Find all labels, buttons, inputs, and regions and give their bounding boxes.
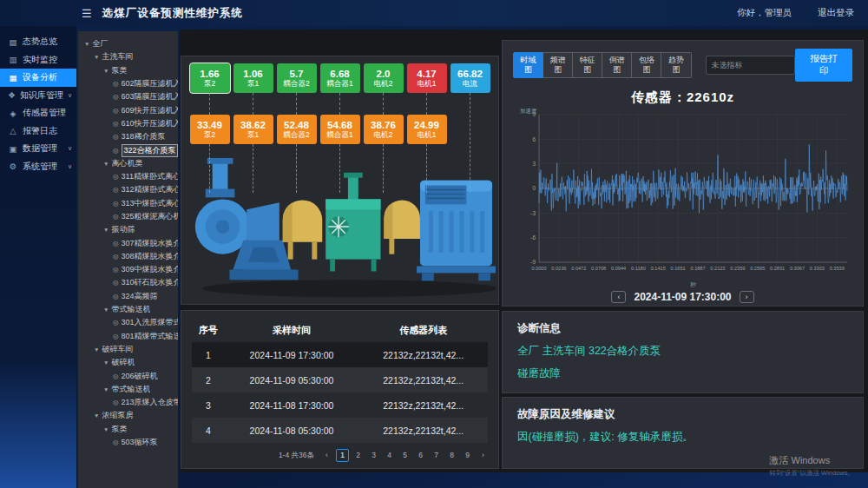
tree-node[interactable]: ▼全厂	[78, 37, 178, 50]
tab-特征图[interactable]: 特征图	[573, 52, 602, 78]
tree-node[interactable]: ◎325粗煤泥离心机	[78, 210, 178, 223]
tree-node[interactable]: ▼泵类	[78, 64, 178, 77]
tree-node[interactable]: ▼主洗车间	[78, 50, 178, 63]
table-pagination: 1-4 共36条‹123456789›	[279, 449, 490, 462]
sidebar-item-6[interactable]: △报警日志	[0, 122, 76, 141]
indicator-select[interactable]: 未选指标	[706, 56, 796, 75]
tab-时域图[interactable]: 时域图	[513, 52, 543, 78]
metric-badge-bottom[interactable]: 54.68耦合器1	[320, 115, 360, 144]
tree-expand-icon[interactable]: ▼	[103, 68, 108, 74]
tree-node[interactable]: ◎610快开压滤机入料泵	[78, 117, 178, 130]
tree-node[interactable]: ▼破碎机	[78, 356, 178, 369]
tree-expand-icon[interactable]: ▼	[103, 359, 108, 366]
tree-node-label: 主洗车间	[102, 51, 133, 63]
tree-node[interactable]: ◎307精煤脱水换介筛	[78, 236, 178, 249]
tree-node[interactable]: ◎503循环泵	[78, 436, 178, 449]
tab-趋势图[interactable]: 趋势图	[661, 52, 691, 78]
tree-node[interactable]: ▼离心机类	[78, 157, 178, 170]
sidebar-item-2[interactable]: ▥实时监控	[0, 51, 76, 69]
menu-toggle-icon[interactable]: ☰	[82, 8, 92, 19]
tree-node[interactable]: ◎309中煤脱水换介筛	[78, 263, 178, 276]
tree-node[interactable]: ◎301入洗原煤带式输送机	[78, 316, 178, 329]
tree-node[interactable]: ▼浓缩泵房	[78, 409, 178, 422]
metric-badge-top[interactable]: 2.0电机2	[364, 63, 404, 93]
metric-badge-top[interactable]: 1.06泵1	[233, 63, 273, 93]
table-cell: 3	[192, 392, 225, 418]
analysis-toolbar: 时域图频谱图特征图倒谱图包络图趋势图 未选指标 报告打印	[513, 49, 852, 82]
equipment-leaf-icon: ◎	[113, 147, 119, 155]
tree-node[interactable]: ◎213原煤入仓皮带	[78, 396, 178, 409]
pagination-page[interactable]: 9	[461, 449, 474, 462]
pagination-page[interactable]: 7	[430, 449, 443, 462]
tree-node[interactable]: ▼泵类	[78, 423, 178, 436]
table-row[interactable]: 32024-11-08 17:30:0022132z,22132t,42...	[192, 392, 488, 418]
tree-node[interactable]: ◎801精煤带式输送机	[78, 330, 178, 343]
tree-node[interactable]: ◎318稀介质泵	[78, 130, 178, 143]
tree-node[interactable]: ◎313中煤卧式离心机	[78, 197, 178, 210]
metric-badge-top[interactable]: 4.17电机1	[407, 63, 447, 93]
tree-expand-icon[interactable]: ▼	[103, 307, 108, 313]
metric-badge-top[interactable]: 1.66泵2	[190, 63, 230, 93]
tree-node[interactable]: ▼带式输送机	[78, 303, 178, 316]
tree-node[interactable]: ◎310矸石脱水换介筛	[78, 276, 178, 289]
metric-badge-top[interactable]: 6.68耦合器1	[320, 63, 360, 93]
tree-node[interactable]: ▼带式输送机	[78, 383, 178, 396]
tree-expand-icon[interactable]: ▼	[84, 41, 89, 47]
connector-line	[296, 144, 297, 193]
metric-badge-top[interactable]: 66.82电流	[450, 63, 490, 93]
tree-expand-icon[interactable]: ▼	[103, 161, 108, 167]
sidebar-item-4[interactable]: ❖知识库管理∨	[0, 87, 76, 105]
tree-node[interactable]: ◎609快开压滤机入料泵	[78, 103, 178, 116]
pagination-next[interactable]: ›	[477, 449, 490, 462]
equipment-leaf-icon: ◎	[113, 279, 119, 287]
table-row[interactable]: 42024-11-08 05:30:0022132z,22132t,42...	[192, 418, 488, 443]
pagination-page[interactable]: 4	[383, 449, 396, 462]
sidebar-item-3[interactable]: ▦设备分析	[0, 69, 76, 87]
pagination-page[interactable]: 8	[445, 449, 458, 462]
metric-badge-bottom[interactable]: 33.49泵2	[190, 115, 230, 144]
tree-expand-icon[interactable]: ▼	[94, 412, 99, 419]
sidebar-item-1[interactable]: ▤态势总览	[0, 33, 76, 51]
tree-node[interactable]: ◎308精煤脱水换介筛	[78, 250, 178, 263]
tree-expand-icon[interactable]: ▼	[103, 227, 108, 233]
tree-expand-icon[interactable]: ▼	[103, 386, 108, 392]
pagination-page[interactable]: 3	[367, 449, 380, 462]
sidebar-item-8[interactable]: ⚙系统管理∨	[0, 158, 76, 176]
tree-expand-icon[interactable]: ▼	[94, 54, 99, 60]
prev-date-button[interactable]: ‹	[611, 291, 626, 303]
metric-badge-bottom[interactable]: 52.48耦合器2	[277, 115, 317, 144]
equipment-leaf-icon: ◎	[113, 80, 119, 88]
print-report-button[interactable]: 报告打印	[795, 49, 852, 82]
advice-title: 故障原因及维修建议	[517, 407, 848, 422]
tab-倒谱图[interactable]: 倒谱图	[602, 52, 632, 78]
table-row[interactable]: 12024-11-09 17:30:0022132z,22132t,42...	[192, 342, 488, 367]
pagination-page[interactable]: 1	[336, 449, 349, 462]
pagination-page[interactable]: 6	[414, 449, 427, 462]
table-row[interactable]: 22024-11-09 05:30:0022132z,22132t,42...	[192, 367, 488, 392]
metric-badge-bottom[interactable]: 38.62泵1	[233, 115, 273, 144]
tree-node[interactable]: ◎602隔膜压滤机入料泵	[78, 77, 178, 90]
sidebar-item-7[interactable]: ▣数据管理∨	[0, 140, 76, 158]
tab-包络图[interactable]: 包络图	[632, 52, 661, 78]
badge-label: 耦合器1	[326, 131, 352, 139]
tree-expand-icon[interactable]: ▼	[94, 346, 99, 353]
tree-node[interactable]: ◎311精煤卧式离心机	[78, 170, 178, 183]
sidebar-item-5[interactable]: ◈传感器管理	[0, 104, 76, 122]
tree-node[interactable]: ▼破碎车间	[78, 343, 178, 356]
tree-node[interactable]: ◎324高频筛	[78, 290, 178, 303]
tree-node[interactable]: ◎206破碎机	[78, 369, 178, 382]
tree-node[interactable]: ◎322合格介质泵	[78, 143, 178, 156]
metric-badge-bottom[interactable]: 24.99电机1	[407, 115, 447, 144]
metric-badge-top[interactable]: 5.7耦合器2	[277, 63, 317, 93]
pagination-page[interactable]: 5	[398, 449, 411, 462]
tree-expand-icon[interactable]: ▼	[103, 426, 108, 432]
metric-badge-bottom[interactable]: 38.76电机2	[364, 115, 404, 144]
tree-node[interactable]: ◎603隔膜压滤机入料泵	[78, 90, 178, 103]
tab-频谱图[interactable]: 频谱图	[543, 52, 573, 78]
pagination-prev[interactable]: ‹	[320, 449, 333, 462]
tree-node[interactable]: ▼振动筛	[78, 223, 178, 236]
tree-node[interactable]: ◎312精煤卧式离心机	[78, 183, 178, 196]
next-date-button[interactable]: ›	[740, 291, 754, 303]
logout-link[interactable]: 退出登录	[818, 7, 854, 19]
pagination-page[interactable]: 2	[352, 449, 365, 462]
